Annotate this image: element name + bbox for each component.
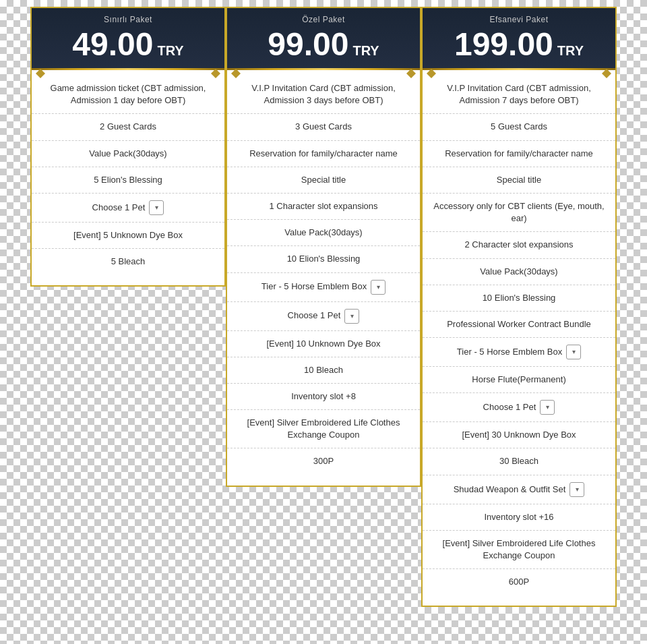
list-item: [Event] Silver Embroidered Life Clothes … <box>227 410 420 448</box>
list-item[interactable]: Shudad Weapon & Outfit Set▾ <box>423 475 615 504</box>
list-item: 10 Elion's Blessing <box>423 285 615 312</box>
list-item: 10 Elion's Blessing <box>227 246 420 272</box>
list-item: Reservation for family/character name <box>423 141 615 167</box>
item-label: 300P <box>313 456 334 466</box>
item-label: Reservation for family/character name <box>445 148 593 158</box>
price-row-legendary: 199.00TRY <box>429 28 609 61</box>
price-amount-legendary: 199.00 <box>454 28 553 61</box>
list-item: [Event] Silver Embroidered Life Clothes … <box>423 531 615 569</box>
item-label: Choose 1 Pet <box>288 310 341 322</box>
item-label: 10 Bleach <box>304 365 343 375</box>
list-item: 3 Guest Cards <box>227 114 420 140</box>
item-label: 2 Guest Cards <box>100 121 156 131</box>
package-header-legendary: Efsanevi Paket199.00TRY <box>423 8 615 70</box>
price-amount-limited: 49.00 <box>72 28 153 61</box>
item-label: 5 Bleach <box>111 256 146 266</box>
list-item: 300P <box>227 448 420 474</box>
packages-container: Sınırlı Paket49.00TRYGame admission tick… <box>30 7 617 607</box>
list-item: 2 Guest Cards <box>32 114 224 140</box>
item-label: [Event] 5 Unknown Dye Box <box>73 230 183 240</box>
item-label: Shudad Weapon & Outfit Set <box>454 484 566 496</box>
list-item: V.I.P Invitation Card (CBT admission, Ad… <box>423 76 615 114</box>
list-item: 2 Character slot expansions <box>423 232 615 258</box>
list-item[interactable]: Choose 1 Pet▾ <box>423 393 615 422</box>
list-item: Value Pack(30days) <box>423 259 615 285</box>
list-item[interactable]: Tier - 5 Horse Emblem Box▾ <box>227 273 420 302</box>
item-label: 2 Character slot expansions <box>464 239 573 250</box>
item-label: Inventory slot +16 <box>485 512 554 522</box>
list-item: 5 Guest Cards <box>423 114 615 140</box>
list-item: 600P <box>423 569 615 595</box>
item-label: Reservation for family/character name <box>249 148 398 158</box>
item-label: Tier - 5 Horse Emblem Box <box>261 281 367 293</box>
price-currency-legendary: TRY <box>557 44 584 57</box>
list-item: Value Pack(30days) <box>32 141 224 167</box>
package-name-limited: Sınırlı Paket <box>38 15 218 24</box>
chevron-down-icon[interactable]: ▾ <box>371 280 386 295</box>
item-label: Special title <box>301 175 346 185</box>
list-item: V.I.P Invitation Card (CBT admission, Ad… <box>227 76 420 114</box>
item-label: V.I.P Invitation Card (CBT admission, Ad… <box>447 83 591 105</box>
package-items-legendary: V.I.P Invitation Card (CBT admission, Ad… <box>423 70 615 606</box>
chevron-down-icon[interactable]: ▾ <box>540 400 555 415</box>
item-label: Value Pack(30days) <box>89 148 166 158</box>
package-header-limited: Sınırlı Paket49.00TRY <box>32 8 224 70</box>
list-item: Value Pack(30days) <box>227 220 420 246</box>
package-items-special: V.I.P Invitation Card (CBT admission, Ad… <box>227 70 420 486</box>
item-label: 5 Guest Cards <box>491 121 547 131</box>
chevron-down-icon[interactable]: ▾ <box>344 309 359 324</box>
list-item[interactable]: Choose 1 Pet▾ <box>227 302 420 331</box>
item-label: [Event] Silver Embroidered Life Clothes … <box>247 417 400 440</box>
chevron-down-icon[interactable]: ▾ <box>569 482 584 497</box>
list-item: Special title <box>423 167 615 194</box>
list-item: Inventory slot +16 <box>423 504 615 531</box>
list-item: [Event] 30 Unknown Dye Box <box>423 422 615 448</box>
list-item: 10 Bleach <box>227 357 420 384</box>
item-label: [Event] Silver Embroidered Life Clothes … <box>443 538 596 560</box>
item-label: Game admission ticket (CBT admission, Ad… <box>51 83 206 105</box>
item-label: Inventory slot +8 <box>291 391 356 401</box>
item-label: [Event] 30 Unknown Dye Box <box>462 430 576 440</box>
item-label: 10 Elion's Blessing <box>287 254 361 264</box>
list-item[interactable]: Choose 1 Pet▾ <box>32 194 224 223</box>
list-item: Accessory only for CBT clients (Eye, mou… <box>423 194 615 232</box>
price-currency-special: TRY <box>352 44 379 57</box>
price-row-limited: 49.00TRY <box>38 28 218 61</box>
item-label: Tier - 5 Horse Emblem Box <box>457 346 562 358</box>
list-item[interactable]: Tier - 5 Horse Emblem Box▾ <box>423 338 615 367</box>
list-item: [Event] 5 Unknown Dye Box <box>32 223 224 249</box>
item-label: 3 Guest Cards <box>295 121 352 131</box>
package-special: Özel Paket99.00TRYV.I.P Invitation Card … <box>226 7 421 487</box>
package-name-special: Özel Paket <box>234 15 413 24</box>
item-label: V.I.P Invitation Card (CBT admission, Ad… <box>251 83 396 105</box>
list-item: Inventory slot +8 <box>227 384 420 410</box>
item-label: Choose 1 Pet <box>483 401 536 413</box>
item-label: Choose 1 Pet <box>92 202 146 214</box>
list-item: 5 Bleach <box>32 249 224 274</box>
item-label: Horse Flute(Permanent) <box>472 374 565 384</box>
list-item: [Event] 10 Unknown Dye Box <box>227 331 420 357</box>
chevron-down-icon[interactable]: ▾ <box>566 345 581 359</box>
package-header-special: Özel Paket99.00TRY <box>227 8 420 70</box>
price-amount-special: 99.00 <box>268 28 348 61</box>
item-label: Accessory only for CBT clients (Eye, mou… <box>433 201 604 223</box>
package-items-limited: Game admission ticket (CBT admission, Ad… <box>32 70 224 285</box>
chevron-down-icon[interactable]: ▾ <box>149 200 164 215</box>
price-row-special: 99.00TRY <box>234 28 413 61</box>
item-label: [Event] 10 Unknown Dye Box <box>266 339 380 349</box>
item-label: Value Pack(30days) <box>480 266 557 276</box>
package-name-legendary: Efsanevi Paket <box>429 15 609 24</box>
item-label: Value Pack(30days) <box>284 227 362 237</box>
list-item: 1 Character slot expansions <box>227 194 420 220</box>
item-label: Special title <box>497 175 541 185</box>
item-label: 30 Bleach <box>499 456 538 466</box>
package-legendary: Efsanevi Paket199.00TRYV.I.P Invitation … <box>421 7 617 607</box>
list-item: Professional Worker Contract Bundle <box>423 312 615 338</box>
list-item: Horse Flute(Permanent) <box>423 367 615 393</box>
item-label: 10 Elion's Blessing <box>483 293 556 303</box>
list-item: 30 Bleach <box>423 448 615 475</box>
list-item: 5 Elion's Blessing <box>32 167 224 194</box>
list-item: Reservation for family/character name <box>227 141 420 167</box>
price-currency-limited: TRY <box>157 44 183 57</box>
package-limited: Sınırlı Paket49.00TRYGame admission tick… <box>30 7 226 287</box>
